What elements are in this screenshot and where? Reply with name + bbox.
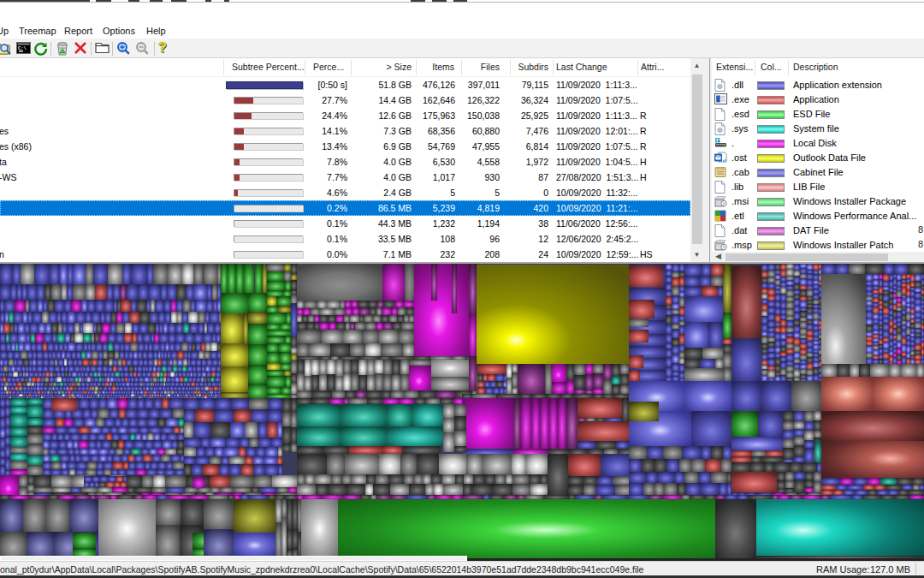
svg-text:C:\: C:\ xyxy=(18,45,27,51)
